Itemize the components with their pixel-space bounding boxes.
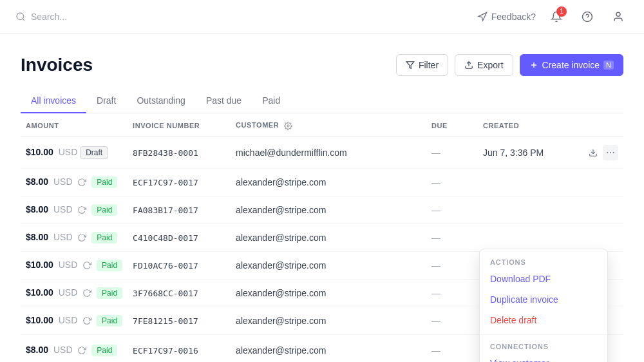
- col-amount: AMOUNT: [21, 113, 128, 137]
- tab-paid[interactable]: Paid: [252, 89, 290, 113]
- customer-cell: alexander@stripe.com: [231, 307, 426, 334]
- amount-cell: $8.00 USD Paid: [21, 334, 128, 362]
- svg-point-3: [616, 12, 620, 16]
- filter-icon: [406, 61, 415, 70]
- more-actions-button[interactable]: [603, 145, 618, 160]
- col-actions: [581, 113, 623, 137]
- amount-cell: $8.00 USD Paid: [21, 224, 128, 251]
- col-customer: CUSTOMER: [231, 113, 426, 137]
- customer-cell: alexander@stripe.com: [231, 251, 426, 279]
- tab-past-due[interactable]: Past due: [196, 89, 252, 113]
- topbar-right: Feedback? 1: [477, 6, 629, 27]
- row-actions-cell: [581, 196, 623, 224]
- invoice-number-cell: 8FB28438-0001: [128, 137, 231, 168]
- status-badge: Paid: [91, 176, 117, 188]
- status-badge: Paid: [97, 287, 122, 299]
- svg-point-8: [287, 124, 289, 126]
- customer-cell: alexander@stripe.com: [231, 168, 426, 196]
- table-row[interactable]: $8.00 USD Paid ECF17C97-0017 alexander@s…: [21, 168, 623, 196]
- megaphone-icon: [477, 12, 488, 22]
- actions-section-label: ACTIONS: [480, 254, 607, 269]
- svg-point-10: [607, 152, 608, 153]
- recurring-icon: [77, 205, 86, 214]
- row-actions-cell: [581, 224, 623, 251]
- feedback-button[interactable]: Feedback?: [477, 12, 536, 22]
- table-row[interactable]: $8.00 USD Paid C410C48D-0017 alexander@s…: [21, 224, 623, 251]
- tab-draft[interactable]: Draft: [86, 89, 126, 113]
- status-badge: Paid: [97, 315, 122, 327]
- status-badge: Draft: [80, 146, 108, 159]
- gear-icon[interactable]: [284, 122, 292, 130]
- invoice-number-cell: 7FE81215-0017: [128, 307, 231, 334]
- row-action-buttons: [586, 145, 618, 160]
- user-icon: [612, 11, 624, 23]
- download-icon: [589, 148, 598, 157]
- notifications-button[interactable]: 1: [546, 6, 567, 27]
- svg-point-12: [613, 152, 614, 153]
- created-cell: [478, 196, 581, 224]
- tab-outstanding[interactable]: Outstanding: [126, 89, 196, 113]
- invoice-number-cell: 3F7668CC-0017: [128, 279, 231, 307]
- invoice-table-wrap: AMOUNT INVOICE NUMBER CUSTOMER DUE CREAT…: [21, 113, 623, 362]
- search-icon: [15, 12, 26, 22]
- due-cell: —: [426, 168, 478, 196]
- col-due: DUE: [426, 113, 478, 137]
- download-pdf-item[interactable]: Download PDF: [480, 269, 607, 289]
- customer-cell: alexander@stripe.com: [231, 279, 426, 307]
- status-badge: Paid: [91, 232, 117, 243]
- status-badge: Paid: [97, 260, 122, 271]
- created-cell: [478, 224, 581, 251]
- created-cell: [478, 168, 581, 196]
- create-invoice-kbd: N: [603, 61, 614, 70]
- due-cell: —: [426, 224, 478, 251]
- download-action-button[interactable]: [586, 146, 600, 160]
- row-actions-cell: [581, 168, 623, 196]
- duplicate-invoice-item[interactable]: Duplicate invoice: [480, 289, 607, 310]
- status-badge: Paid: [91, 204, 117, 216]
- delete-draft-item[interactable]: Delete draft: [480, 310, 607, 330]
- col-created: CREATED: [478, 113, 581, 137]
- invoice-number-cell: FD10AC76-0017: [128, 251, 231, 279]
- export-button[interactable]: Export: [455, 54, 513, 76]
- table-header-row: AMOUNT INVOICE NUMBER CUSTOMER DUE CREAT…: [21, 113, 623, 137]
- page-title: Invoices: [21, 55, 93, 75]
- account-button[interactable]: [608, 6, 629, 27]
- create-invoice-button[interactable]: Create invoice N: [520, 54, 623, 76]
- recurring-icon: [82, 316, 91, 325]
- svg-point-0: [17, 13, 24, 20]
- customer-cell: michael@dundermifflin.com: [231, 137, 426, 168]
- filter-button[interactable]: Filter: [396, 54, 448, 76]
- customer-cell: alexander@stripe.com: [231, 224, 426, 251]
- row-actions-cell: [581, 137, 623, 168]
- page-header: Invoices Filter Export Create invoice N: [21, 54, 623, 76]
- due-cell: —: [426, 196, 478, 224]
- notification-badge: 1: [556, 6, 567, 17]
- help-button[interactable]: [577, 6, 598, 27]
- col-invoice-number: INVOICE NUMBER: [128, 113, 231, 137]
- tab-all-invoices[interactable]: All invoices: [21, 89, 86, 113]
- invoice-number-cell: ECF17C97-0016: [128, 334, 231, 362]
- search-area[interactable]: Search...: [15, 12, 67, 22]
- amount-cell: $10.00 USD Draft: [21, 137, 128, 168]
- amount-cell: $8.00 USD Paid: [21, 168, 128, 196]
- help-icon: [582, 11, 593, 23]
- recurring-icon: [82, 289, 91, 298]
- plus-icon: [529, 61, 538, 70]
- recurring-icon: [77, 233, 86, 242]
- customer-cell: alexander@stripe.com: [231, 196, 426, 224]
- due-cell: —: [426, 279, 478, 307]
- invoice-number-cell: ECF17C97-0017: [128, 168, 231, 196]
- table-row[interactable]: $8.00 USD Paid FA083B17-0017 alexander@s…: [21, 196, 623, 224]
- view-customer-item[interactable]: View customer →: [480, 353, 607, 362]
- due-cell: —: [426, 334, 478, 362]
- table-row[interactable]: $10.00 USD Draft 8FB28438-0001 michael@d…: [21, 137, 623, 168]
- export-icon: [464, 61, 473, 70]
- search-input-placeholder[interactable]: Search...: [31, 12, 67, 22]
- amount-cell: $10.00 USD Paid: [21, 251, 128, 279]
- amount-cell: $8.00 USD Paid: [21, 196, 128, 224]
- due-cell: —: [426, 137, 478, 168]
- status-badge: Paid: [91, 345, 117, 356]
- invoice-number-cell: FA083B17-0017: [128, 196, 231, 224]
- invoices-page: Invoices Filter Export Create invoice N: [0, 33, 644, 362]
- customer-cell: alexander@stripe.com: [231, 334, 426, 362]
